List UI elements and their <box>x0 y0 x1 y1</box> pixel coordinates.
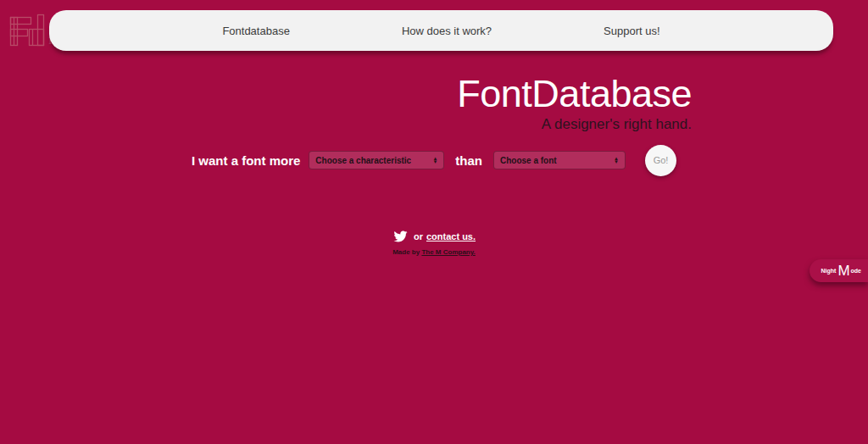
font-compare-form: I want a font more Choose a characterist… <box>0 143 868 177</box>
made-by-label: Made by <box>392 248 421 256</box>
page-title: FontDatabase <box>457 73 692 115</box>
page-tagline: A designer's right hand. <box>457 116 692 132</box>
font-select-value: Choose a font <box>500 156 557 165</box>
night-mode-label-start: Night <box>821 268 836 274</box>
made-by-row: Made by The M Company. <box>0 248 868 256</box>
form-than-label: than <box>455 153 482 168</box>
fontdatabase-logo-icon <box>9 13 47 50</box>
font-select[interactable]: Choose a font ▲▼ <box>493 151 626 169</box>
go-button[interactable]: Go! <box>645 145 676 176</box>
contact-us-link[interactable]: contact us. <box>426 231 476 241</box>
select-arrows-icon: ▲▼ <box>432 157 437 164</box>
night-mode-big-m: M <box>837 264 849 278</box>
nav-item-fontdatabase[interactable]: Fontdatabase <box>222 25 290 37</box>
night-mode-label-end: ode <box>851 268 861 274</box>
night-mode-toggle[interactable]: Night M ode <box>810 259 868 282</box>
or-label: or <box>414 231 423 241</box>
nav-item-support-us[interactable]: Support us! <box>604 25 660 37</box>
twitter-icon[interactable] <box>392 230 409 243</box>
select-arrows-icon: ▲▼ <box>614 157 619 164</box>
hero-section: FontDatabase A designer's right hand. <box>457 73 692 132</box>
form-prefix-label: I want a font more <box>192 153 300 168</box>
social-row: or contact us. <box>0 230 868 243</box>
nav-item-how-does-it-work[interactable]: How does it work? <box>402 25 492 37</box>
characteristic-select-value: Choose a characteristic <box>315 156 411 165</box>
company-link[interactable]: The M Company. <box>421 248 475 256</box>
top-navbar: Fontdatabase How does it work? Support u… <box>49 10 833 51</box>
characteristic-select[interactable]: Choose a characteristic ▲▼ <box>309 151 444 169</box>
site-logo[interactable]: I <box>9 13 53 50</box>
